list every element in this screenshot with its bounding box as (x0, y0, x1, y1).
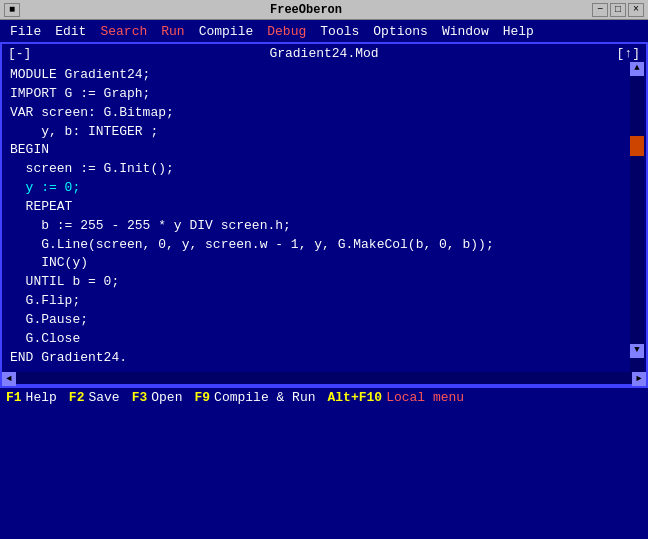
sys-menu-button[interactable]: ■ (4, 3, 20, 17)
hscroll-left-button[interactable]: ◄ (2, 372, 16, 386)
code-lines: MODULE Gradient24;IMPORT G := Graph;VAR … (10, 66, 638, 368)
menu-item-options[interactable]: Options (367, 23, 434, 40)
code-line: VAR screen: G.Bitmap; (10, 104, 638, 123)
scroll-up-button[interactable]: ▲ (630, 62, 644, 76)
code-line: REPEAT (10, 198, 638, 217)
horizontal-scrollbar[interactable]: ◄ ► (0, 372, 648, 386)
vertical-scrollbar[interactable]: ▲ ▼ (630, 62, 644, 372)
menu-item-file[interactable]: File (4, 23, 47, 40)
status-label: Help (26, 390, 57, 405)
status-item-f9: F9Compile & Run (194, 390, 315, 405)
status-label: Local menu (386, 390, 464, 405)
menu-item-help[interactable]: Help (497, 23, 540, 40)
code-line: BEGIN (10, 141, 638, 160)
title-bar-left: ■ (4, 3, 20, 17)
status-key: F2 (69, 390, 85, 405)
hscroll-right-button[interactable]: ► (632, 372, 646, 386)
menu-bar: FileEditSearchRunCompileDebugToolsOption… (0, 20, 648, 42)
close-button[interactable]: × (628, 3, 644, 17)
status-item-altf10: Alt+F10Local menu (328, 390, 465, 405)
editor-filename: Gradient24.Mod (269, 46, 378, 61)
code-line: y, b: INTEGER ; (10, 123, 638, 142)
status-key: Alt+F10 (328, 390, 383, 405)
code-editor[interactable]: MODULE Gradient24;IMPORT G := Graph;VAR … (0, 62, 648, 372)
menu-item-edit[interactable]: Edit (49, 23, 92, 40)
code-line: G.Flip; (10, 292, 638, 311)
editor-header: [-] Gradient24.Mod [↑] (0, 42, 648, 62)
title-bar-controls: − □ × (592, 3, 644, 17)
status-key: F9 (194, 390, 210, 405)
maximize-button[interactable]: □ (610, 3, 626, 17)
menu-item-window[interactable]: Window (436, 23, 495, 40)
status-item-f1: F1Help (6, 390, 57, 405)
code-line: UNTIL b = 0; (10, 273, 638, 292)
code-line: G.Close (10, 330, 638, 349)
code-line: G.Pause; (10, 311, 638, 330)
title-bar: ■ FreeOberon − □ × (0, 0, 648, 20)
code-line: END Gradient24. (10, 349, 638, 368)
code-line: MODULE Gradient24; (10, 66, 638, 85)
menu-item-run[interactable]: Run (155, 23, 190, 40)
status-item-f3: F3Open (132, 390, 183, 405)
editor-header-left: [-] (8, 46, 31, 61)
scroll-corner (630, 358, 644, 372)
status-label: Compile & Run (214, 390, 315, 405)
code-line: y := 0; (10, 179, 638, 198)
scroll-down-button[interactable]: ▼ (630, 344, 644, 358)
editor-header-right: [↑] (617, 46, 640, 61)
code-line: G.Line(screen, 0, y, screen.w - 1, y, G.… (10, 236, 638, 255)
code-line: IMPORT G := Graph; (10, 85, 638, 104)
menu-item-debug[interactable]: Debug (261, 23, 312, 40)
menu-item-search[interactable]: Search (94, 23, 153, 40)
status-bar: F1HelpF2SaveF3OpenF9Compile & RunAlt+F10… (0, 386, 648, 408)
status-item-f2: F2Save (69, 390, 120, 405)
app-title: FreeOberon (20, 3, 592, 17)
menu-item-tools[interactable]: Tools (314, 23, 365, 40)
minimize-button[interactable]: − (592, 3, 608, 17)
status-label: Save (88, 390, 119, 405)
status-key: F1 (6, 390, 22, 405)
status-key: F3 (132, 390, 148, 405)
hscroll-track[interactable] (16, 372, 632, 384)
code-line: screen := G.Init(); (10, 160, 638, 179)
code-line: INC(y) (10, 254, 638, 273)
menu-item-compile[interactable]: Compile (193, 23, 260, 40)
status-label: Open (151, 390, 182, 405)
code-line: b := 255 - 255 * y DIV screen.h; (10, 217, 638, 236)
scroll-thumb[interactable] (630, 136, 644, 156)
